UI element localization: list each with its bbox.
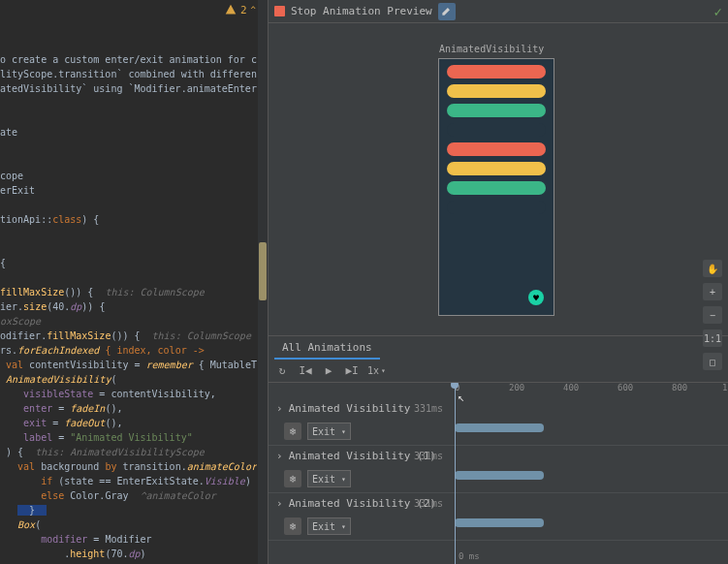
- color-bar: [447, 201, 546, 214]
- freeze-icon[interactable]: ❄: [284, 517, 301, 535]
- speed-select[interactable]: 1x▾: [367, 365, 386, 376]
- edit-icon[interactable]: [438, 3, 456, 20]
- chevron-right-icon[interactable]: ›: [276, 497, 283, 510]
- preview-toolbar: Stop Animation Preview ✓: [269, 0, 728, 23]
- animation-row: › Animated Visibility 331ms ❄ Exit▾: [269, 398, 728, 446]
- step-forward-icon[interactable]: ▶I: [344, 363, 360, 379]
- state-select[interactable]: Exit▾: [307, 470, 351, 487]
- animation-panel: All Animations ↻ I◀ ▶ ▶I 1x▾ 0 200 400 6…: [269, 335, 728, 564]
- fab-heart[interactable]: ♥: [528, 290, 544, 305]
- tick: 600: [617, 383, 633, 392]
- device-frame: AnimatedVisibility ♥: [438, 58, 554, 316]
- playhead[interactable]: [455, 383, 456, 564]
- freeze-icon[interactable]: ❄: [284, 423, 301, 440]
- warning-count: 2: [240, 4, 247, 16]
- code-editor[interactable]: 2 ^ o create a custom enter/exit animati…: [0, 0, 268, 564]
- tick: 200: [509, 383, 524, 392]
- zoom-100[interactable]: 1:1: [703, 329, 722, 347]
- play-icon[interactable]: ▶: [321, 363, 336, 379]
- zoom-fit[interactable]: □: [703, 353, 722, 370]
- inspection-warnings[interactable]: 2 ^: [225, 0, 256, 19]
- warning-caret: ^: [251, 5, 256, 15]
- timeline-segment[interactable]: [455, 518, 544, 527]
- animation-name: Animated Visibility: [289, 402, 411, 415]
- animation-row: › Animated Visibility (1) 331ms ❄ Exit▾: [269, 446, 728, 493]
- animation-duration: 331ms: [414, 498, 443, 509]
- preview-side-tools: ✋ + − 1:1 □: [703, 260, 722, 370]
- chevron-right-icon[interactable]: ›: [276, 402, 283, 415]
- color-bar: [447, 84, 546, 98]
- code-content: o create a custom enter/exit animation f…: [0, 23, 257, 561]
- color-bar: [447, 162, 546, 175]
- pan-tool[interactable]: ✋: [703, 260, 722, 277]
- tick: 1000: [722, 383, 728, 392]
- color-bar: [447, 142, 546, 156]
- tick: 800: [672, 383, 687, 392]
- color-bar: [447, 181, 546, 195]
- restart-icon[interactable]: ↻: [274, 363, 290, 379]
- timeline-ruler[interactable]: 0 200 400 600 800 1000: [269, 383, 728, 398]
- state-select[interactable]: Exit▾: [307, 517, 351, 535]
- state-select[interactable]: Exit▾: [307, 423, 351, 440]
- animation-duration: 331ms: [414, 451, 443, 461]
- status-ok-icon: ✓: [714, 4, 722, 19]
- tick: 400: [563, 383, 579, 392]
- preview-canvas[interactable]: AnimatedVisibility ♥ ✋ + − 1:1 □: [269, 23, 728, 335]
- color-bar: [447, 65, 546, 78]
- step-back-icon[interactable]: I◀: [298, 363, 313, 379]
- timeline-footer-time: 0 ms: [269, 548, 728, 564]
- color-bar: [447, 123, 546, 137]
- editor-scrollbar[interactable]: [258, 0, 268, 564]
- freeze-icon[interactable]: ❄: [284, 470, 301, 487]
- stop-icon[interactable]: [274, 6, 285, 16]
- timeline-segment[interactable]: [455, 471, 544, 480]
- zoom-out[interactable]: −: [703, 306, 722, 324]
- transport-controls: ↻ I◀ ▶ ▶I 1x▾: [269, 360, 728, 383]
- animation-row: › Animated Visibility (2) 331ms ❄ Exit▾: [269, 493, 728, 541]
- preview-title[interactable]: Stop Animation Preview: [291, 5, 432, 17]
- chevron-right-icon[interactable]: ›: [276, 450, 283, 462]
- animation-duration: 331ms: [414, 403, 443, 414]
- zoom-in[interactable]: +: [703, 283, 722, 300]
- scrollbar-thumb[interactable]: [259, 242, 267, 300]
- device-title: AnimatedVisibility: [439, 44, 544, 54]
- color-bar: [447, 104, 546, 117]
- warning-icon: [225, 4, 237, 16]
- timeline-segment[interactable]: [455, 423, 544, 432]
- tab-all-animations[interactable]: All Animations: [274, 337, 380, 360]
